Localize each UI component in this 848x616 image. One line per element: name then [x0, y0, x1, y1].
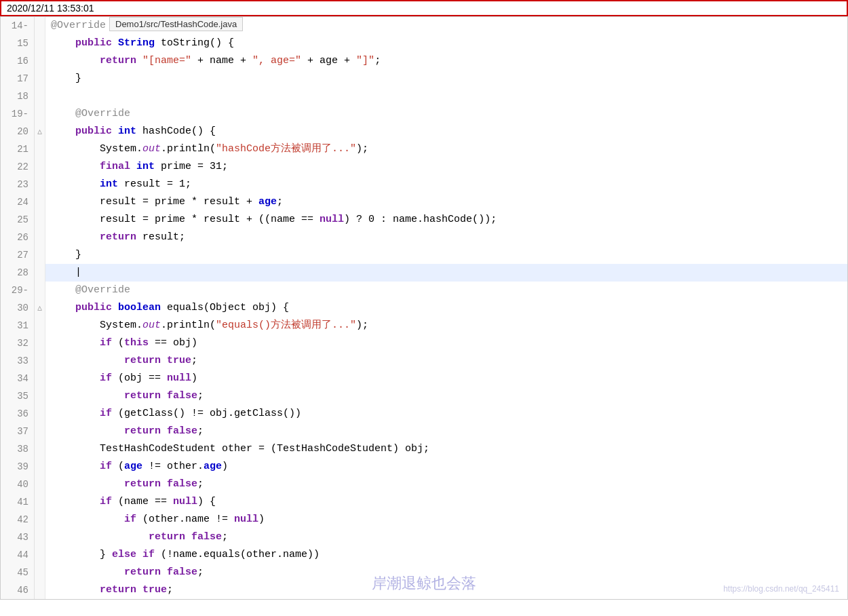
line-number: 17: [1, 70, 35, 88]
table-row: 24 result = prime * result + age;: [1, 193, 847, 211]
table-row: 29- @Override: [1, 282, 847, 299]
file-tooltip: Demo1/src/TestHashCode.java: [109, 17, 243, 31]
line-number: 32: [1, 334, 35, 352]
table-row: 40 return false;: [1, 476, 847, 493]
table-row: 31 System.out.println("equals()方法被调用了...…: [1, 317, 847, 334]
fold-indicator: [35, 229, 45, 246]
fold-indicator: [35, 511, 45, 528]
fold-indicator: △: [35, 123, 45, 140]
line-number: 34: [1, 370, 35, 387]
fold-indicator: [35, 528, 45, 546]
table-row: 16 return "[name=" + name + ", age=" + a…: [1, 52, 847, 70]
code-content: public boolean equals(Object obj) {: [45, 299, 847, 317]
table-row: 32 if (this == obj): [1, 334, 847, 352]
table-row: 27 }: [1, 246, 847, 264]
fold-indicator: [35, 352, 45, 370]
line-number: 27: [1, 246, 35, 264]
fold-indicator: [35, 35, 45, 52]
line-number: 25: [1, 211, 35, 229]
fold-indicator: [35, 334, 45, 352]
fold-indicator: [35, 176, 45, 193]
line-number: 41: [1, 493, 35, 511]
code-content: int result = 1;: [45, 176, 847, 193]
fold-indicator: [35, 581, 45, 599]
fold-indicator: [35, 564, 45, 581]
table-row: 41 if (name == null) {: [1, 493, 847, 511]
code-content: final int prime = 31;: [45, 158, 847, 176]
code-content: } else if (!name.equals(other.name)): [45, 546, 847, 564]
fold-indicator: [35, 493, 45, 511]
table-row: 46 return true;: [1, 581, 847, 599]
fold-indicator: [35, 211, 45, 229]
code-container: Demo1/src/TestHashCode.java 14-@Override…: [0, 16, 848, 600]
line-number: 44: [1, 546, 35, 564]
table-row: 22 final int prime = 31;: [1, 158, 847, 176]
code-content: |: [45, 264, 847, 282]
line-number: 46: [1, 581, 35, 599]
code-content: @Override: [45, 282, 847, 299]
line-number: 39: [1, 458, 35, 476]
line-number: 35: [1, 387, 35, 405]
fold-indicator: [35, 193, 45, 211]
code-content: return "[name=" + name + ", age=" + age …: [45, 52, 847, 70]
code-content: public String toString() {: [45, 35, 847, 52]
code-content: if (obj == null): [45, 370, 847, 387]
line-number: 14-: [1, 17, 35, 35]
fold-indicator: [35, 476, 45, 493]
table-row: 37 return false;: [1, 423, 847, 440]
line-number: 18: [1, 88, 35, 105]
table-row: 30△ public boolean equals(Object obj) {: [1, 299, 847, 317]
fold-indicator: [35, 546, 45, 564]
table-row: 26 return result;: [1, 229, 847, 246]
code-content: }: [45, 246, 847, 264]
table-row: 19- @Override: [1, 105, 847, 123]
line-number: 43: [1, 528, 35, 546]
code-content: if (this == obj): [45, 334, 847, 352]
line-number: 15: [1, 35, 35, 52]
table-row: 36 if (getClass() != obj.getClass()): [1, 405, 847, 423]
code-content: [45, 88, 847, 105]
title-bar: 2020/12/11 13:53:01: [0, 0, 848, 16]
line-number: 26: [1, 229, 35, 246]
line-number: 21: [1, 140, 35, 158]
fold-indicator: [35, 387, 45, 405]
line-number: 24: [1, 193, 35, 211]
fold-indicator: [35, 70, 45, 88]
line-number: 23: [1, 176, 35, 193]
table-row: 39 if (age != other.age): [1, 458, 847, 476]
code-content: TestHashCodeStudent other = (TestHashCod…: [45, 440, 847, 458]
line-number: 20: [1, 123, 35, 140]
code-content: if (getClass() != obj.getClass()): [45, 405, 847, 423]
line-number: 29-: [1, 282, 35, 299]
code-content: System.out.println("hashCode方法被调用了...");: [45, 140, 847, 158]
fold-indicator: [35, 140, 45, 158]
table-row: 45 return false;: [1, 564, 847, 581]
code-content: if (other.name != null): [45, 511, 847, 528]
code-content: return result;: [45, 229, 847, 246]
line-number: 40: [1, 476, 35, 493]
table-row: 28 |: [1, 264, 847, 282]
table-row: 43 return false;: [1, 528, 847, 546]
code-content: return false;: [45, 564, 847, 581]
fold-indicator: [35, 405, 45, 423]
table-row: 38 TestHashCodeStudent other = (TestHash…: [1, 440, 847, 458]
code-content: return true;: [45, 352, 847, 370]
line-number: 31: [1, 317, 35, 334]
table-row: 20△ public int hashCode() {: [1, 123, 847, 140]
code-content: return false;: [45, 423, 847, 440]
table-row: 35 return false;: [1, 387, 847, 405]
code-content: return false;: [45, 476, 847, 493]
fold-indicator: [35, 282, 45, 299]
table-row: 23 int result = 1;: [1, 176, 847, 193]
line-number: 19-: [1, 105, 35, 123]
code-content: public int hashCode() {: [45, 123, 847, 140]
line-number: 42: [1, 511, 35, 528]
line-number: 28: [1, 264, 35, 282]
fold-indicator: [35, 370, 45, 387]
line-number: 38: [1, 440, 35, 458]
fold-indicator: [35, 88, 45, 105]
table-row: 44 } else if (!name.equals(other.name)): [1, 546, 847, 564]
table-row: 15 public String toString() {: [1, 35, 847, 52]
table-row: 21 System.out.println("hashCode方法被调用了...…: [1, 140, 847, 158]
code-content: }: [45, 70, 847, 88]
